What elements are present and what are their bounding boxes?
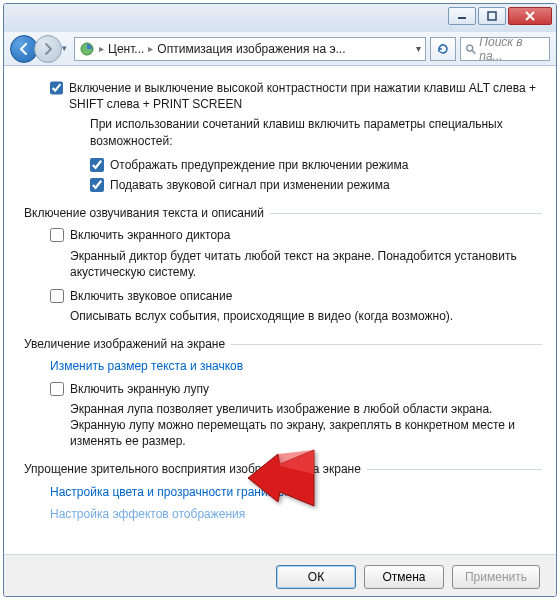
high-contrast-sub-intro: При использовании сочетаний клавиш включ…	[90, 116, 542, 148]
show-warning-label: Отображать предупреждение при включении …	[110, 157, 408, 173]
narration-legend: Включение озвучивания текста и описаний	[24, 205, 264, 221]
breadcrumb-sep-icon: ▸	[148, 43, 153, 54]
cancel-button[interactable]: Отмена	[364, 565, 444, 589]
divider	[231, 344, 542, 345]
svg-point-5	[467, 45, 473, 51]
minimize-button[interactable]	[448, 7, 476, 25]
high-contrast-toggle-checkbox[interactable]	[50, 81, 63, 95]
divider	[367, 469, 542, 470]
narrator-description: Экранный диктор будет читать любой текст…	[70, 248, 542, 280]
search-placeholder: Поиск в па...	[479, 35, 545, 63]
magnify-legend: Увеличение изображений на экране	[24, 336, 225, 352]
address-dropdown-icon[interactable]: ▾	[416, 43, 421, 54]
visual-legend: Упрощение зрительного восприятия изображ…	[24, 461, 361, 477]
high-contrast-toggle-label: Включение и выключение высокой контрастн…	[69, 80, 542, 112]
search-input[interactable]: Поиск в па...	[460, 37, 550, 61]
svg-rect-1	[488, 12, 496, 20]
play-sound-label: Подавать звуковой сигнал при изменении р…	[110, 177, 390, 193]
audio-description-checkbox[interactable]	[50, 289, 64, 303]
address-bar[interactable]: ▸ Цент... ▸ Оптимизация изображения на э…	[74, 37, 426, 61]
audio-description-description: Описывать вслух события, происходящие в …	[70, 308, 542, 324]
magnifier-description: Экранная лупа позволяет увеличить изобра…	[70, 401, 542, 450]
forward-button[interactable]	[34, 35, 62, 63]
maximize-button[interactable]	[478, 7, 506, 25]
magnifier-label: Включить экранную лупу	[70, 381, 209, 397]
breadcrumb-item[interactable]: Оптимизация изображения на э...	[157, 42, 345, 56]
display-effects-link[interactable]: Настройка эффектов отображения	[50, 506, 542, 522]
narrator-label: Включить экранного диктора	[70, 227, 230, 243]
play-sound-checkbox[interactable]	[90, 178, 104, 192]
nav-row: ▾ ▸ Цент... ▸ Оптимизация изображения на…	[4, 32, 556, 66]
ok-button[interactable]: ОК	[276, 565, 356, 589]
titlebar	[4, 4, 556, 32]
nav-buttons: ▾	[10, 35, 70, 63]
window: ▾ ▸ Цент... ▸ Оптимизация изображения на…	[3, 3, 557, 597]
search-icon	[465, 43, 476, 55]
window-color-link[interactable]: Настройка цвета и прозрачности границ ок…	[50, 484, 542, 500]
breadcrumb-sep-icon: ▸	[99, 43, 104, 54]
nav-history-dropdown-icon[interactable]: ▾	[62, 43, 67, 53]
refresh-button[interactable]	[430, 37, 456, 61]
button-bar: ОК Отмена Применить	[4, 554, 556, 597]
content-scroll-area[interactable]: Включение и выключение высокой контрастн…	[4, 66, 556, 554]
text-size-link[interactable]: Изменить размер текста и значков	[50, 358, 542, 374]
close-button[interactable]	[508, 7, 552, 25]
audio-description-label: Включить звуковое описание	[70, 288, 232, 304]
magnifier-checkbox[interactable]	[50, 382, 64, 396]
apply-button[interactable]: Применить	[452, 565, 540, 589]
breadcrumb-item[interactable]: Цент...	[108, 42, 144, 56]
svg-line-6	[472, 50, 475, 53]
control-panel-icon	[79, 41, 95, 57]
show-warning-checkbox[interactable]	[90, 158, 104, 172]
divider	[270, 213, 542, 214]
narrator-checkbox[interactable]	[50, 228, 64, 242]
